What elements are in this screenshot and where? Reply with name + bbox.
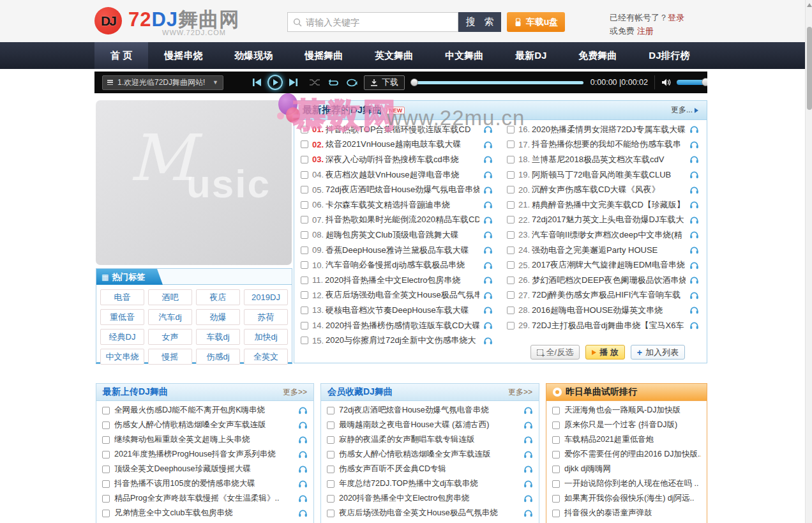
headphone-icon[interactable] xyxy=(520,450,533,459)
login-link[interactable]: 登录 xyxy=(668,13,684,22)
headphone-icon[interactable] xyxy=(294,465,308,473)
song-checkbox[interactable] xyxy=(102,421,110,429)
song-checkbox[interactable] xyxy=(102,510,110,517)
song-checkbox[interactable] xyxy=(507,291,515,299)
song-title-link[interactable]: 72dj2017魅力英文上头电音劲爆DJ车载大 xyxy=(532,214,686,225)
song-checkbox[interactable] xyxy=(507,171,515,179)
tag-link[interactable]: 伤感dj xyxy=(196,349,240,365)
song-checkbox[interactable] xyxy=(327,436,335,444)
song-title-link[interactable]: 最嗨越南鼓之夜电音House大碟 (荔浦古西) xyxy=(339,420,520,430)
song-checkbox[interactable] xyxy=(327,466,335,473)
song-title-link[interactable]: 梦幻酒吧档次DEEP夜色阑珊极品饮酒串烧 xyxy=(532,275,686,286)
headphone-icon[interactable] xyxy=(479,155,493,163)
headphone-icon[interactable] xyxy=(479,306,493,314)
song-title-link[interactable]: 夜店后场强劲电音全英文House极品气氛串 xyxy=(326,289,479,301)
song-checkbox[interactable] xyxy=(507,261,515,269)
headphone-icon[interactable] xyxy=(520,421,533,429)
song-title-link[interactable]: 伤感女声百听不厌金典CD专辑 xyxy=(339,464,520,474)
nav-item[interactable]: DJ排行榜 xyxy=(633,42,705,69)
headphone-icon[interactable] xyxy=(479,337,493,345)
headphone-icon[interactable] xyxy=(479,231,493,239)
song-checkbox[interactable] xyxy=(327,451,335,459)
song-checkbox[interactable] xyxy=(301,201,308,209)
song-checkbox[interactable] xyxy=(507,140,515,148)
song-title-link[interactable]: 深夜入心动听抖音热搜榜车载cd串烧 xyxy=(326,154,479,165)
song-checkbox[interactable] xyxy=(507,231,515,239)
headphone-icon[interactable] xyxy=(479,201,493,209)
song-checkbox[interactable] xyxy=(301,140,308,148)
headphone-icon[interactable] xyxy=(686,306,699,314)
headphone-icon[interactable] xyxy=(479,125,493,133)
tag-link[interactable]: 酒吧 xyxy=(148,289,192,305)
headphone-icon[interactable] xyxy=(294,406,308,414)
next-button[interactable] xyxy=(288,78,299,87)
headphone-icon[interactable] xyxy=(479,261,493,269)
seek-bar[interactable] xyxy=(412,81,583,84)
song-title-link[interactable]: 2020与你擦肩过72dj全新中文伤感串烧大 xyxy=(326,335,479,346)
scrollbar-thumb[interactable] xyxy=(807,27,812,110)
song-title-link[interactable]: 强劲电音之完美邂逅Party HOUSE xyxy=(532,245,686,256)
tag-link[interactable]: 夜店 xyxy=(196,289,240,305)
headphone-icon[interactable] xyxy=(686,216,699,224)
song-title-link[interactable]: 超嗨包房英文Club顶级电音跳舞大碟 xyxy=(326,229,479,241)
search-input[interactable] xyxy=(306,17,453,27)
headphone-icon[interactable] xyxy=(520,480,533,488)
song-checkbox[interactable] xyxy=(102,451,110,459)
speaker-icon[interactable] xyxy=(661,78,672,87)
song-checkbox[interactable] xyxy=(507,156,515,163)
song-title-link[interactable]: 爱你不需要任何的理由2016 DJ加快版.. xyxy=(564,449,701,460)
repeat-one-icon[interactable] xyxy=(328,79,340,87)
song-title-link[interactable]: 伤感女人醉心情歌精选烟嗓全女声车载连版 xyxy=(114,420,294,430)
song-title-link[interactable]: 汽车音响II缥缈女声档次deep中文串烧(精 xyxy=(532,229,686,241)
song-checkbox[interactable] xyxy=(301,322,308,330)
song-checkbox[interactable] xyxy=(301,307,308,314)
song-checkbox[interactable] xyxy=(507,307,515,314)
headphone-icon[interactable] xyxy=(686,155,699,163)
headphone-icon[interactable] xyxy=(479,246,493,254)
song-checkbox[interactable] xyxy=(327,480,335,488)
headphone-icon[interactable] xyxy=(686,140,699,149)
latest-upload-more-link[interactable]: 更多>> xyxy=(283,387,307,398)
prev-button[interactable] xyxy=(252,78,262,87)
song-title-link[interactable]: djkk dj嗨嗨网 xyxy=(564,464,701,474)
tag-link[interactable]: 劲爆 xyxy=(196,309,240,325)
song-checkbox[interactable] xyxy=(507,322,515,330)
headphone-icon[interactable] xyxy=(686,291,699,299)
headphone-icon[interactable] xyxy=(294,494,308,503)
song-checkbox[interactable] xyxy=(102,495,110,503)
download-button[interactable]: 下载 xyxy=(364,75,405,90)
song-title-link[interactable]: 原来你只是一个过客 (抖音DJ版) xyxy=(564,420,701,430)
add-to-list-button[interactable]: + 加入列表 xyxy=(631,345,685,360)
song-checkbox[interactable] xyxy=(102,466,110,473)
scrollbar[interactable] xyxy=(805,0,812,523)
headphone-icon[interactable] xyxy=(479,276,493,284)
song-title-link[interactable]: 兰博基尼2018极品英文档次车载cdV xyxy=(532,154,686,165)
song-title-link[interactable]: 沉醉女声伤感车载CD大碟《风夜》 xyxy=(532,184,686,195)
song-checkbox[interactable] xyxy=(327,407,335,414)
tag-link[interactable]: 慢摇 xyxy=(148,349,192,365)
nav-item[interactable]: 免费舞曲 xyxy=(562,42,633,69)
song-title-link[interactable]: 72dj夜店酒吧炫音House劲爆气氛电音串烧 xyxy=(339,405,520,416)
tag-link[interactable]: 经典DJ xyxy=(100,329,144,345)
tag-link[interactable]: 中文串烧 xyxy=(100,349,144,365)
nav-item[interactable]: 首 页 xyxy=(94,42,148,69)
song-title-link[interactable]: 2017夜店潮牌大气旋律超嗨EDM电音串烧 xyxy=(532,259,686,271)
headphone-icon[interactable] xyxy=(520,509,533,517)
select-all-button[interactable]: 全/反选 xyxy=(530,345,580,360)
tag-link[interactable]: 加快dj xyxy=(244,329,288,345)
headphone-icon[interactable] xyxy=(294,421,308,429)
tag-link[interactable]: 电音 xyxy=(100,289,144,305)
song-title-link[interactable]: 如果离开我你会很快乐(海生) dj阿远.. xyxy=(564,493,701,504)
song-checkbox[interactable] xyxy=(507,201,515,209)
song-title-link[interactable]: 夜店档次越鼓VnHouse超弹电音串烧 xyxy=(326,169,479,181)
song-title-link[interactable]: 2020抖音热播全中文Electro包房串烧 xyxy=(325,275,479,286)
song-checkbox[interactable] xyxy=(552,480,560,488)
song-title-link[interactable]: 2020抖音热播全中文Electro包房串烧 xyxy=(339,493,520,504)
song-title-link[interactable]: 香蕉DeepHouse雅诗兰黛极品车载大碟 xyxy=(326,245,479,256)
headphone-icon[interactable] xyxy=(686,171,699,179)
headphone-icon[interactable] xyxy=(479,140,493,149)
seek-handle[interactable] xyxy=(410,79,418,86)
song-title-link[interactable]: 顶级全英文Deephouse珍藏版慢摇大碟 xyxy=(114,464,294,474)
song-checkbox[interactable] xyxy=(102,480,110,488)
headphone-icon[interactable] xyxy=(686,321,699,330)
